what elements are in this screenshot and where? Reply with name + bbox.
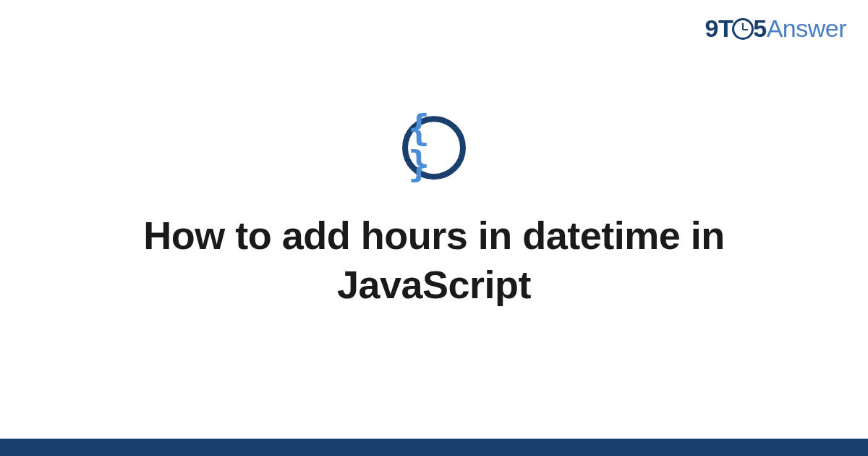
logo-prefix: 9T	[705, 14, 733, 43]
clock-icon	[732, 18, 754, 40]
main-content: { } How to add hours in datetime in Java…	[0, 116, 868, 309]
logo-suffix: Answer	[767, 14, 846, 43]
footer-bar	[0, 439, 868, 456]
site-logo: 9T 5 Answer	[705, 14, 846, 43]
logo-middle: 5	[753, 14, 766, 43]
code-braces-icon: { }	[402, 116, 466, 180]
code-braces-glyph: { }	[408, 110, 460, 182]
page-title: How to add hours in datetime in JavaScri…	[54, 211, 814, 309]
